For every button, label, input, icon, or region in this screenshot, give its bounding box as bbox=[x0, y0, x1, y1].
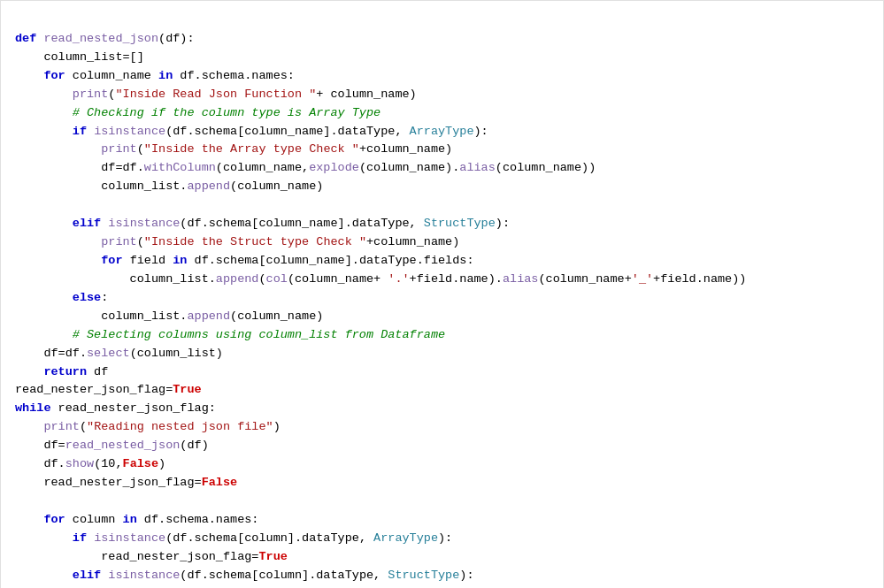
bool-false2: False bbox=[202, 476, 238, 489]
type-arraytype2: ArrayType bbox=[373, 531, 438, 545]
function-name: read_nested_json bbox=[43, 32, 158, 45]
code-editor: def read_nested_json(df): column_list=[]… bbox=[0, 0, 884, 588]
keyword-elif: elif bbox=[73, 217, 101, 230]
code-plain bbox=[15, 125, 73, 138]
string-underscore: '_' bbox=[632, 272, 653, 286]
fn-isinstance4: isinstance bbox=[108, 569, 180, 582]
code-plain: ( bbox=[137, 142, 144, 156]
fn-append: append bbox=[187, 179, 230, 193]
bool-false: False bbox=[123, 457, 159, 470]
type-structtype: StructType bbox=[424, 217, 496, 230]
code-plain: column bbox=[65, 513, 123, 526]
fn-print4: print bbox=[43, 420, 80, 433]
fn-explode: explode bbox=[309, 161, 359, 174]
keyword-def: def bbox=[15, 32, 36, 45]
fn-append2: append bbox=[216, 272, 259, 286]
code-plain: column_name bbox=[65, 69, 158, 82]
type-arraytype: ArrayType bbox=[410, 125, 474, 138]
keyword-elif2: elif bbox=[73, 569, 101, 582]
fn-isinstance2: isinstance bbox=[108, 217, 180, 230]
code-plain: +field.name). bbox=[410, 272, 503, 286]
bool-true2: True bbox=[258, 550, 287, 563]
fn-append3: append bbox=[187, 309, 230, 323]
code-plain: (df.schema[column_name].dataType, bbox=[165, 125, 409, 138]
fn-alias2: alias bbox=[503, 272, 539, 286]
bool-true: True bbox=[173, 383, 201, 396]
code-plain: ( bbox=[80, 420, 87, 433]
keyword-while: while bbox=[15, 401, 51, 415]
code-plain: ( bbox=[137, 235, 144, 248]
keyword-return: return bbox=[43, 365, 87, 378]
keyword-in2: in bbox=[173, 254, 187, 267]
code-plain: ( bbox=[258, 272, 265, 286]
keyword-if: if bbox=[73, 125, 87, 138]
keyword-if2: if bbox=[73, 531, 87, 545]
code-plain: (df.schema[column].dataType, bbox=[180, 569, 388, 582]
fn-isinstance3: isinstance bbox=[94, 531, 165, 545]
string-dot: '.' bbox=[388, 272, 409, 286]
keyword-for3: for bbox=[43, 513, 65, 526]
code-plain bbox=[87, 531, 94, 545]
string-literal: "Inside Read Json Function " bbox=[115, 88, 316, 101]
fn-withcolumn: withColumn bbox=[144, 161, 216, 174]
fn-show: show bbox=[65, 457, 94, 470]
code-plain bbox=[15, 513, 43, 526]
string-reading: "Reading nested json file" bbox=[87, 420, 273, 433]
keyword-for2: for bbox=[101, 254, 122, 267]
fn-print3: print bbox=[101, 235, 137, 248]
fn-print: print bbox=[73, 88, 109, 101]
code-plain: (10, bbox=[94, 457, 122, 470]
code-plain: (column_name+ bbox=[288, 272, 388, 286]
string-array-check: "Inside the Array type Check " bbox=[144, 142, 359, 156]
comment-arraytype: # Checking if the column type is Array T… bbox=[73, 106, 381, 119]
code-plain: field bbox=[123, 254, 173, 267]
code-plain: (column_name). bbox=[359, 161, 459, 174]
code-plain: (column_name, bbox=[216, 161, 309, 174]
fn-isinstance: isinstance bbox=[94, 125, 165, 138]
code-plain: (df.schema[column].dataType, bbox=[165, 531, 373, 545]
code-plain bbox=[15, 569, 73, 582]
fn-print2: print bbox=[101, 142, 137, 156]
code-plain: (df.schema[column_name].dataType, bbox=[180, 217, 423, 230]
fn-alias: alias bbox=[459, 161, 496, 174]
type-structtype2: StructType bbox=[388, 569, 459, 582]
keyword-in3: in bbox=[123, 513, 137, 526]
keyword-in: in bbox=[158, 69, 173, 82]
code-block: def read_nested_json(df): column_list=[]… bbox=[15, 11, 869, 588]
fn-col: col bbox=[266, 272, 288, 286]
comment-select: # Selecting columns using column_list fr… bbox=[73, 328, 445, 341]
code-plain: (column_name+ bbox=[538, 272, 631, 286]
code-plain bbox=[87, 125, 94, 138]
code-plain: df=df. bbox=[15, 347, 87, 360]
string-struct-check: "Inside the Struct type Check " bbox=[144, 235, 366, 248]
keyword-for: for bbox=[43, 69, 65, 82]
fn-read-nested: read_nested_json bbox=[65, 439, 181, 452]
keyword-else: else bbox=[73, 291, 101, 304]
fn-select: select bbox=[87, 347, 130, 360]
